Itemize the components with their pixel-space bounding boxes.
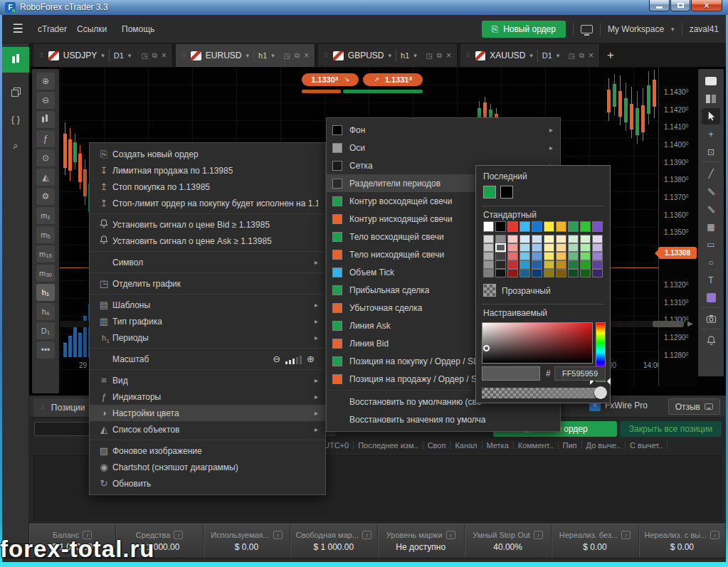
column-header[interactable]: Коммент.. <box>514 441 559 450</box>
chart-tab-usdjpy[interactable]: ⠿USDJPY▾D1▾◳⧉× <box>33 44 173 67</box>
info-icon[interactable]: i <box>710 531 719 539</box>
equidistant-channel-tool-button[interactable]: ∥ <box>702 183 720 199</box>
palette-color[interactable] <box>507 235 518 243</box>
more-timeframes-button[interactable]: ••• <box>36 341 55 359</box>
duplicate-icon[interactable]: ⧉ <box>152 51 157 60</box>
menu-item-стоп-покупка-по-1-13985[interactable]: ↥Стоп покупка по 1.13985 <box>90 179 325 195</box>
palette-color[interactable] <box>580 221 591 232</box>
menu-item-установить-сигнал-о-цене-ask-1[interactable]: Установить сигнал о цене Ask ≥ 1.13985 <box>90 233 325 249</box>
drawing-area-button[interactable]: ⊡ <box>702 144 720 160</box>
indicators-button[interactable]: ƒ <box>36 130 55 147</box>
palette-color[interactable] <box>568 269 579 277</box>
column-header[interactable]: Своп <box>423 441 451 450</box>
palette-color[interactable] <box>532 221 542 232</box>
palette-color[interactable] <box>592 269 603 277</box>
info-icon[interactable]: i <box>446 531 455 539</box>
palette-color[interactable] <box>519 269 530 277</box>
chart-type-button[interactable] <box>36 111 55 128</box>
buy-price-badge[interactable]: ↗ 1.13313 <box>363 73 423 86</box>
transparent-swatch[interactable] <box>483 284 496 297</box>
column-header[interactable]: Метка <box>482 441 514 450</box>
menu-item-периоды[interactable]: h1Периоды▸ <box>90 329 325 346</box>
menu-item-лимитная-продажа-по-1-13985[interactable]: ↧Лимитная продажа по 1.13985 <box>90 162 325 179</box>
new-order-button[interactable]: ⎘ Новый ордер <box>482 21 566 38</box>
palette-color[interactable] <box>556 235 566 243</box>
palette-color[interactable] <box>495 252 506 260</box>
info-icon[interactable]: i <box>362 531 371 539</box>
timeframe-h4[interactable]: h4 <box>36 303 55 320</box>
timeframe-m1[interactable]: m1 <box>36 207 55 224</box>
palette-color[interactable] <box>580 260 591 269</box>
palette-color[interactable] <box>519 221 530 232</box>
palette-color[interactable] <box>507 260 518 269</box>
username[interactable]: zaval41 <box>690 24 719 34</box>
column-header[interactable]: Последнее изм.. <box>354 441 423 450</box>
timeframe-m5[interactable]: m5 <box>36 226 55 243</box>
menu-ctrader[interactable]: cTrader <box>38 15 67 43</box>
price-axis[interactable]: 1.143001.142001.141001.140001.139001.138… <box>658 67 697 386</box>
tab-period[interactable]: h1 <box>401 51 409 60</box>
palette-color[interactable] <box>483 235 494 243</box>
menu-item-создать-новый-ордер[interactable]: ⎘Создать новый ордер <box>90 146 325 162</box>
palette-color[interactable] <box>568 260 579 269</box>
popout-icon[interactable]: ◳ <box>568 52 574 60</box>
palette-color[interactable] <box>592 252 603 260</box>
popout-icon[interactable]: ◳ <box>283 52 290 60</box>
positions-filter-input[interactable] <box>34 422 95 436</box>
menu-item-шаблоны[interactable]: ▤Шаблоны▸ <box>90 297 325 313</box>
hamburger-icon[interactable]: ☰ <box>9 21 27 38</box>
menu-item-установить-сигнал-о-цене-bid-1[interactable]: Установить сигнал о цене Bid ≥ 1.13985 <box>90 216 325 233</box>
info-icon[interactable]: i <box>534 531 543 539</box>
menu-item-масштаб[interactable]: Масштаб⊖⊕ <box>90 351 325 367</box>
menu-item-символ[interactable]: Символ▸ <box>90 254 325 270</box>
palette-color[interactable] <box>544 235 554 243</box>
scrollbar-handle[interactable] <box>653 321 684 327</box>
hex-color-input[interactable]: FF595959 <box>554 366 606 381</box>
palette-color[interactable] <box>483 260 494 269</box>
sidebar-item-copy[interactable] <box>2 79 29 105</box>
zoom-in-button[interactable]: ⊕ <box>36 73 55 90</box>
multi-chart-layout-button[interactable] <box>702 90 720 107</box>
palette-color[interactable] <box>483 269 494 277</box>
menu-item-фоновое-изображение[interactable]: ▨Фоновое изображение <box>90 443 325 459</box>
title-bar[interactable]: F RoboForex cTrader 3.3 × <box>0 0 728 15</box>
column-header[interactable]: Канал <box>450 441 482 450</box>
palette-color[interactable] <box>544 243 554 252</box>
zoom-in-icon[interactable]: ⊕ <box>307 354 315 364</box>
palette-color[interactable] <box>495 269 506 277</box>
menu-item-список-объектов[interactable]: ◭Список объектов▸ <box>90 421 325 438</box>
menu-item-оси[interactable]: Оси▸ <box>327 139 560 157</box>
sell-price-badge[interactable]: 1.13303 ↘ <box>302 73 359 86</box>
timeframe-m15[interactable]: m15 <box>36 245 55 263</box>
palette-color[interactable] <box>495 243 506 252</box>
close-tab-icon[interactable]: × <box>304 51 309 60</box>
minimize-button[interactable] <box>649 0 670 11</box>
color-swatch-button[interactable] <box>702 290 720 306</box>
palette-color[interactable] <box>580 252 591 260</box>
objects-button[interactable]: ◭ <box>36 169 55 186</box>
palette-color[interactable] <box>519 260 530 269</box>
maximize-button[interactable] <box>670 0 690 11</box>
sv-cursor[interactable] <box>483 345 490 351</box>
palette-color[interactable] <box>568 252 579 260</box>
palette-color[interactable] <box>507 243 518 252</box>
close-all-positions-button[interactable]: Закрыть все позиции <box>620 421 722 437</box>
monitor-icon[interactable] <box>581 25 593 33</box>
close-tab-icon[interactable]: × <box>446 51 451 60</box>
alpha-handle[interactable] <box>594 386 607 399</box>
chart-tab-eurusd[interactable]: ⠿EURUSD▾h1▾◳⧉× <box>176 44 315 67</box>
zoom-out-button[interactable]: ⊖ <box>36 92 55 109</box>
palette-color[interactable] <box>556 260 566 269</box>
palette-color[interactable] <box>556 243 566 252</box>
palette-color[interactable] <box>532 269 542 277</box>
transparent-label[interactable]: Прозрачный <box>502 286 551 296</box>
chartshot-button[interactable] <box>702 311 720 327</box>
workspace-selector[interactable]: My Workspace <box>608 24 664 34</box>
timeframe-d1[interactable]: D1 <box>36 322 55 339</box>
popout-icon[interactable]: ◳ <box>426 52 432 60</box>
menu-item-отделить-график[interactable]: ◳Отделить график <box>90 275 325 292</box>
palette-color[interactable] <box>544 252 554 260</box>
palette-color[interactable] <box>556 221 566 232</box>
text-tool-button[interactable]: T <box>702 272 720 288</box>
palette-color[interactable] <box>519 252 530 260</box>
